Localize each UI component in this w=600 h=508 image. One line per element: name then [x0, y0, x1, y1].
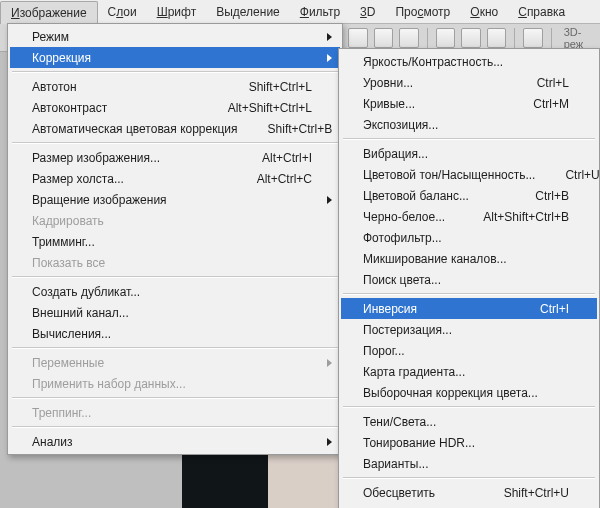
- menu-separator: [12, 426, 338, 428]
- menu-separator: [343, 406, 595, 408]
- menu-окно[interactable]: Окно: [460, 0, 508, 23]
- menu-item[interactable]: Поиск цвета...: [341, 269, 597, 290]
- menu-item[interactable]: Тримминг...: [10, 231, 340, 252]
- menu-item-label: Экспозиция...: [363, 118, 569, 132]
- menu-item[interactable]: Порог...: [341, 340, 597, 361]
- menu-separator: [343, 138, 595, 140]
- align-button[interactable]: [374, 28, 394, 48]
- menu-item-label: Цветовой баланс...: [363, 189, 505, 203]
- menu-item-label: Вращение изображения: [32, 193, 312, 207]
- menu-separator: [12, 347, 338, 349]
- menu-separator: [12, 71, 338, 73]
- menu-item: Показать все: [10, 252, 340, 273]
- align-button[interactable]: [399, 28, 419, 48]
- menu-separator: [343, 477, 595, 479]
- menu-item[interactable]: Тонирование HDR...: [341, 432, 597, 453]
- menu-item-label: Кадрировать: [32, 214, 312, 228]
- menu-item-label: Создать дубликат...: [32, 285, 312, 299]
- menu-справка[interactable]: Справка: [508, 0, 575, 23]
- menu-item[interactable]: Варианты...: [341, 453, 597, 474]
- menu-item-label: Микширование каналов...: [363, 252, 569, 266]
- menu-item-label: Вычисления...: [32, 327, 312, 341]
- menu-item[interactable]: Анализ: [10, 431, 340, 452]
- menu-item-label: Размер холста...: [32, 172, 227, 186]
- menu-слои[interactable]: Слои: [98, 0, 147, 23]
- menu-item[interactable]: Тени/Света...: [341, 411, 597, 432]
- menu-separator: [12, 276, 338, 278]
- chevron-right-icon: [327, 359, 332, 367]
- menu-item-label: Размер изображения...: [32, 151, 232, 165]
- distribute-button[interactable]: [487, 28, 507, 48]
- menu-item[interactable]: ОбесцветитьShift+Ctrl+U: [341, 482, 597, 503]
- menu-item-shortcut: Ctrl+I: [540, 302, 569, 316]
- menu-item[interactable]: Вибрация...: [341, 143, 597, 164]
- menu-item-label: Постеризация...: [363, 323, 569, 337]
- menu-item-label: Показать все: [32, 256, 312, 270]
- menu-item-shortcut: Alt+Shift+Ctrl+B: [483, 210, 569, 224]
- mode-label: 3D-реж: [564, 26, 600, 50]
- menu-item[interactable]: ИнверсияCtrl+I: [341, 298, 597, 319]
- menu-item-label: Варианты...: [363, 457, 569, 471]
- adjustments-submenu: Яркость/Контрастность...Уровни...Ctrl+LК…: [338, 48, 600, 508]
- menu-item[interactable]: Размер холста...Alt+Ctrl+C: [10, 168, 340, 189]
- menu-item-label: Анализ: [32, 435, 312, 449]
- menu-item[interactable]: Экспозиция...: [341, 114, 597, 135]
- menu-item[interactable]: Яркость/Контрастность...: [341, 51, 597, 72]
- menu-3d[interactable]: 3D: [350, 0, 385, 23]
- toolbar-separator: [551, 28, 552, 48]
- menu-item-label: Поиск цвета...: [363, 273, 569, 287]
- menu-item[interactable]: Постеризация...: [341, 319, 597, 340]
- menu-item-shortcut: Alt+Ctrl+I: [262, 151, 312, 165]
- menu-item-label: Черно-белое...: [363, 210, 453, 224]
- menu-item[interactable]: Микширование каналов...: [341, 248, 597, 269]
- menu-изображение[interactable]: Изображение: [0, 1, 98, 24]
- menu-item[interactable]: Уровни...Ctrl+L: [341, 72, 597, 93]
- menu-item[interactable]: Внешний канал...: [10, 302, 340, 323]
- menu-item-label: Внешний канал...: [32, 306, 312, 320]
- menu-item[interactable]: Выборочная коррекция цвета...: [341, 382, 597, 403]
- menu-item[interactable]: Вычисления...: [10, 323, 340, 344]
- menu-item[interactable]: Создать дубликат...: [10, 281, 340, 302]
- menu-item: Кадрировать: [10, 210, 340, 231]
- menu-item[interactable]: Цветовой тон/Насыщенность...Ctrl+U: [341, 164, 597, 185]
- menu-item-label: Цветовой тон/Насыщенность...: [363, 168, 535, 182]
- menu-item[interactable]: Автоматическая цветовая коррекцияShift+C…: [10, 118, 340, 139]
- distribute-button[interactable]: [436, 28, 456, 48]
- menu-item[interactable]: Цветовой баланс...Ctrl+B: [341, 185, 597, 206]
- arrange-button[interactable]: [523, 28, 543, 48]
- menu-item-shortcut: Shift+Ctrl+U: [504, 486, 569, 500]
- menu-item[interactable]: Фотофильтр...: [341, 227, 597, 248]
- menu-выделение[interactable]: Выделение: [206, 0, 290, 23]
- menu-фильтр[interactable]: Фильтр: [290, 0, 350, 23]
- menu-item-label: Тонирование HDR...: [363, 436, 569, 450]
- menu-item-label: Порог...: [363, 344, 569, 358]
- menu-шрифт[interactable]: Шрифт: [147, 0, 206, 23]
- menu-item[interactable]: Черно-белое...Alt+Shift+Ctrl+B: [341, 206, 597, 227]
- menu-item[interactable]: Режим: [10, 26, 340, 47]
- menu-item[interactable]: АвтоконтрастAlt+Shift+Ctrl+L: [10, 97, 340, 118]
- toolbar-separator: [427, 28, 428, 48]
- menu-item-label: Обесцветить: [363, 486, 474, 500]
- menu-item[interactable]: Карта градиента...: [341, 361, 597, 382]
- menu-item[interactable]: Подобрать цвет...: [341, 503, 597, 508]
- distribute-button[interactable]: [461, 28, 481, 48]
- menu-separator: [12, 142, 338, 144]
- menu-item-label: Выборочная коррекция цвета...: [363, 386, 569, 400]
- menu-item[interactable]: Коррекция: [10, 47, 340, 68]
- menu-просмотр[interactable]: Просмотр: [385, 0, 460, 23]
- menu-item[interactable]: Размер изображения...Alt+Ctrl+I: [10, 147, 340, 168]
- menu-item[interactable]: Вращение изображения: [10, 189, 340, 210]
- menu-item-label: Режим: [32, 30, 312, 44]
- menu-item-shortcut: Shift+Ctrl+L: [249, 80, 312, 94]
- menu-item[interactable]: Кривые...Ctrl+M: [341, 93, 597, 114]
- menu-item-shortcut: Ctrl+U: [565, 168, 599, 182]
- menu-item: Треппинг...: [10, 402, 340, 423]
- menu-item-shortcut: Ctrl+M: [533, 97, 569, 111]
- menu-item-label: Автоконтраст: [32, 101, 198, 115]
- menubar: ИзображениеСлоиШрифтВыделениеФильтр3DПро…: [0, 0, 600, 24]
- menu-item[interactable]: АвтотонShift+Ctrl+L: [10, 76, 340, 97]
- align-button[interactable]: [348, 28, 368, 48]
- toolbar-separator: [514, 28, 515, 48]
- chevron-right-icon: [327, 196, 332, 204]
- menu-item-shortcut: Ctrl+B: [535, 189, 569, 203]
